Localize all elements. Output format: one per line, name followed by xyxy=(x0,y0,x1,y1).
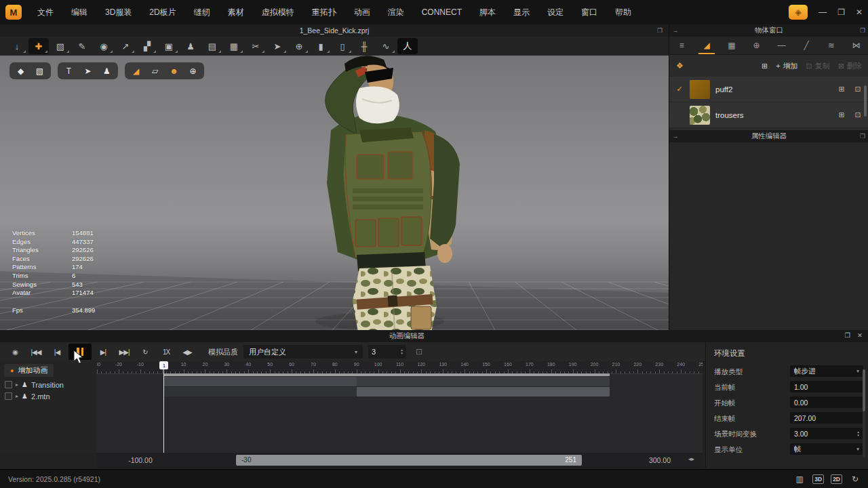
playhead-line[interactable] xyxy=(163,361,164,453)
walk-pose-tool[interactable]: 人 xyxy=(397,38,418,54)
float-panel-icon[interactable]: ❐ xyxy=(856,27,868,34)
retopo-grid-tool[interactable]: ▦ xyxy=(224,38,244,54)
animation-clip[interactable] xyxy=(357,377,610,386)
settings-scrollbar[interactable] xyxy=(863,369,865,458)
hanger-tool[interactable]: ╫ xyxy=(354,38,374,54)
float-panel-icon[interactable]: ❐ xyxy=(856,133,868,140)
menu-item-file[interactable]: 文件 xyxy=(28,7,62,18)
document-tab[interactable]: 1_Bee_Side_Kick.zprj xyxy=(300,26,370,35)
float-panel-icon[interactable]: ❐ xyxy=(654,27,666,34)
window-restore-button[interactable]: ❐ xyxy=(837,5,845,20)
surface-view-icon[interactable]: ▱ xyxy=(149,64,161,77)
prev-frame-button[interactable]: |◀ xyxy=(47,344,66,359)
show-garment-icon[interactable]: T xyxy=(62,64,75,77)
fold-garment-tool[interactable]: ▞ xyxy=(137,38,157,54)
move-gizmo-tool[interactable]: ✚ xyxy=(28,38,49,54)
strap-curve-tool[interactable]: ∿ xyxy=(376,38,396,54)
animation-clip[interactable] xyxy=(164,387,357,396)
tab-graphic[interactable]: ▦ xyxy=(719,37,745,54)
add-button[interactable]: +增加 xyxy=(776,61,797,71)
3d-window-icon[interactable]: 3D xyxy=(812,474,824,484)
mesh-cube-icon[interactable]: ◆ xyxy=(14,64,27,77)
tab-fabric[interactable]: ◢ xyxy=(694,37,719,54)
simulation-quality-dropdown[interactable]: 用户自定义▾ xyxy=(243,345,363,359)
speed-button[interactable]: 1X xyxy=(157,344,176,359)
track-checkbox[interactable] xyxy=(5,381,12,388)
textured-view-icon[interactable]: ◢ xyxy=(130,64,142,77)
menu-item-sewing[interactable]: 缝纫 xyxy=(185,7,219,18)
menu-item-window[interactable]: 窗口 xyxy=(572,7,606,18)
animation-clip[interactable] xyxy=(164,377,357,386)
display-unit-dropdown[interactable]: 帧▾ xyxy=(790,443,863,455)
animation-clip[interactable] xyxy=(357,387,610,396)
spin-down-icon[interactable]: ▾ xyxy=(857,434,859,437)
gizmo-orientation-tool[interactable]: ⊕ xyxy=(289,38,309,54)
thick-garment-icon[interactable]: ▧ xyxy=(33,64,46,77)
transform-icon[interactable]: ⊞ xyxy=(836,85,847,94)
3d-viewport[interactable]: ◆▧T➤♟◢▱☻⊕ Vertices154881Edges447337Trian… xyxy=(0,56,669,330)
menu-item-3d-garment[interactable]: 3D服装 xyxy=(96,7,140,18)
current-frame-field[interactable]: 1.00 xyxy=(790,381,863,392)
timeline[interactable]: -30-20-100102030405060708090100110120130… xyxy=(97,361,703,453)
timeline-ruler[interactable]: -30-20-100102030405060708090100110120130… xyxy=(97,361,703,374)
flatten-arrow-tool[interactable]: ➤ xyxy=(267,38,288,54)
animation-track-row[interactable]: ▸♟2.mtn xyxy=(0,390,97,402)
menu-item-settings[interactable]: 设定 xyxy=(538,7,572,18)
show-tack-icon[interactable]: ➤ xyxy=(81,64,94,77)
menu-item-help[interactable]: 帮助 xyxy=(606,7,640,18)
solidify-box-tool[interactable]: ▣ xyxy=(159,38,179,54)
tab-puckering[interactable]: ≋ xyxy=(819,37,844,54)
clone-icon[interactable]: ⊡ xyxy=(852,110,863,119)
tab-scene-list[interactable]: ≡ xyxy=(669,37,694,54)
expand-caret-icon[interactable]: ▸ xyxy=(16,393,18,399)
menu-item-animation[interactable]: 动画 xyxy=(345,7,379,18)
add-folder-button[interactable]: ⊞ xyxy=(762,62,768,70)
next-frame-button[interactable]: ▶| xyxy=(94,344,113,359)
brush-select-tool[interactable]: ✎ xyxy=(72,38,92,54)
float-panel-icon[interactable]: ❐ xyxy=(845,331,851,339)
clone-icon[interactable]: ⊡ xyxy=(852,85,863,94)
fit-range-icon[interactable]: ◂▸ xyxy=(688,455,694,462)
collapse-arrow-icon[interactable]: → xyxy=(669,27,682,34)
scissors-tool[interactable]: ✂ xyxy=(245,38,266,54)
end-frame-field[interactable]: 207.00 xyxy=(790,412,863,424)
transform-icon[interactable]: ⊞ xyxy=(836,110,847,119)
menu-item-display[interactable]: 显示 xyxy=(505,7,538,18)
menu-item-2d-pattern[interactable]: 2D板片 xyxy=(140,7,184,18)
go-end-button[interactable]: ▶▶| xyxy=(115,344,134,359)
panel-outline-tool[interactable]: ▯ xyxy=(332,38,353,54)
close-panel-icon[interactable]: ✕ xyxy=(857,331,863,339)
playhead-flag[interactable]: 1 xyxy=(159,361,168,369)
2d-window-icon[interactable]: 2D xyxy=(831,474,842,484)
add-animation-button[interactable]: ● 增加动画 xyxy=(4,364,54,377)
simulate-drop-tool[interactable]: ↓ xyxy=(7,38,27,54)
tab-topstitch[interactable]: ╱ xyxy=(794,37,819,54)
go-start-button[interactable]: |◀◀ xyxy=(26,344,45,359)
animation-track-row[interactable]: ▸♟Transition xyxy=(0,379,97,390)
window-minimize-button[interactable]: — xyxy=(818,5,827,20)
loop-button[interactable]: ↻ xyxy=(136,344,155,359)
box-select-tool[interactable]: ▧ xyxy=(50,38,71,54)
show-avatar-icon[interactable]: ♟ xyxy=(100,64,113,77)
record-button[interactable]: ◉ xyxy=(5,344,24,359)
tab-button[interactable]: ⊕ xyxy=(744,37,769,54)
tab-buttonhole[interactable]: — xyxy=(769,37,794,54)
collapse-arrow-icon[interactable]: → xyxy=(669,133,682,140)
list-scrollbar[interactable] xyxy=(864,85,867,117)
play-type-dropdown[interactable]: 帧步进▾ xyxy=(790,365,863,377)
expand-caret-icon[interactable]: ▸ xyxy=(16,382,18,388)
substeps-spinner[interactable]: 3▴▾ xyxy=(368,345,406,359)
avatar-skin-view-icon[interactable]: ☻ xyxy=(167,64,180,77)
tab-zipper[interactable]: ⋈ xyxy=(844,37,868,54)
select-pin-tool[interactable]: ◉ xyxy=(94,38,114,54)
fabric-list-item[interactable]: ✓puff2⊞⊡ xyxy=(669,77,868,102)
track-checkbox[interactable] xyxy=(5,392,12,400)
menu-item-avatar[interactable]: 虚拟模特 xyxy=(253,7,303,18)
range-scroll-thumb[interactable]: -30 251 xyxy=(236,455,582,466)
menu-item-script[interactable]: 脚本 xyxy=(471,7,505,18)
wireframe-view-icon[interactable]: ⊕ xyxy=(186,64,199,77)
window-close-button[interactable]: ✕ xyxy=(856,5,863,20)
fit-timeline-icon[interactable]: ⊡ xyxy=(416,347,422,357)
tack-needle-tool[interactable]: ↗ xyxy=(115,38,136,54)
menu-item-connect[interactable]: CONNECT xyxy=(413,7,471,17)
